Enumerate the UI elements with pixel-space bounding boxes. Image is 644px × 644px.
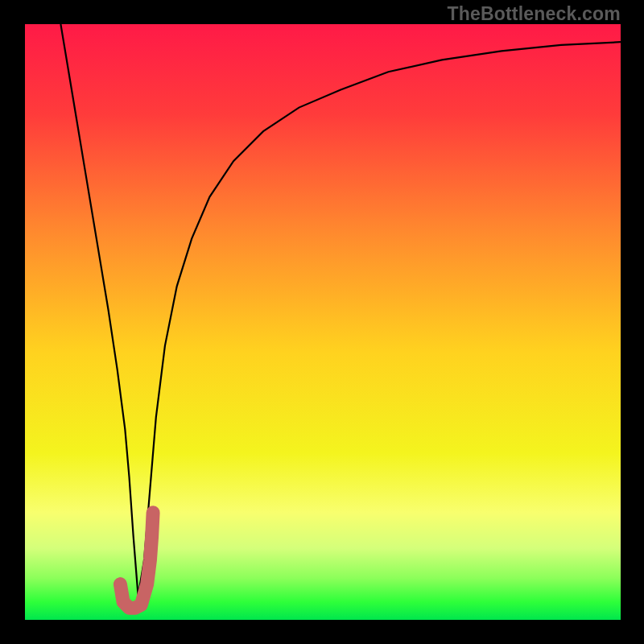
- watermark-text: TheBottleneck.com: [447, 3, 621, 25]
- gradient-background: [25, 24, 621, 620]
- chart-frame: TheBottleneck.com: [0, 0, 644, 644]
- bottleneck-chart: [25, 24, 621, 620]
